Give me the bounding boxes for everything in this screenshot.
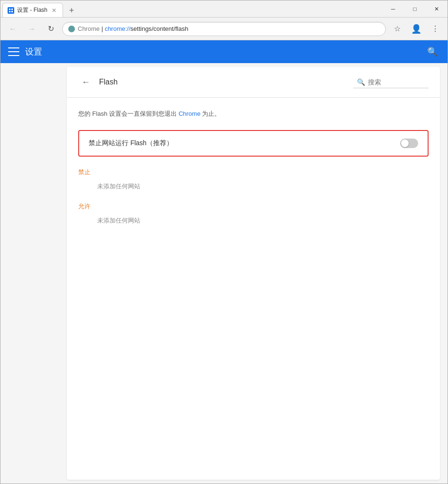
hamburger-line-2	[8, 51, 19, 52]
tab-title: 设置 - Flash	[17, 6, 47, 14]
minimize-button[interactable]: ─	[382, 0, 404, 18]
bookmark-button[interactable]: ☆	[390, 21, 405, 37]
flash-toggle-label: 禁止网站运行 Flash（推荐）	[89, 139, 173, 148]
block-empty-text: 未添加任何网站	[97, 182, 429, 191]
flash-description-text: 您的 Flash 设置会一直保留到您退出	[78, 110, 179, 117]
svg-rect-1	[11, 9, 13, 10]
flash-body: 您的 Flash 设置会一直保留到您退出 Chrome 为止。 禁止网站运行 F…	[67, 98, 440, 248]
profile-icon: 👤	[411, 24, 421, 34]
maximize-button[interactable]: □	[404, 0, 426, 18]
new-tab-button[interactable]: +	[65, 4, 78, 17]
flash-search-bar[interactable]: 🔍	[353, 76, 429, 88]
url-settings: chrome://	[105, 25, 130, 32]
content-panel: ← Flash 🔍 您的 Flash 设置会一直保留到您退出 Chrome 为止…	[67, 67, 440, 480]
active-tab[interactable]: 设置 - Flash ✕	[2, 3, 63, 17]
flash-search-icon: 🔍	[357, 78, 365, 86]
url-favicon	[68, 26, 75, 32]
chrome-menu-button[interactable]: ⋮	[428, 21, 443, 37]
back-button[interactable]: ←	[5, 21, 20, 37]
url-settings-path: settings	[130, 25, 152, 32]
url-bar[interactable]: Chrome | chrome://settings/content/flash	[62, 22, 386, 36]
reload-icon: ↻	[48, 24, 54, 33]
menu-icon: ⋮	[431, 24, 439, 33]
flash-description-chrome: Chrome	[179, 110, 201, 117]
flash-back-button[interactable]: ←	[78, 74, 93, 90]
block-section-label: 禁止	[78, 168, 429, 177]
tab-area: 设置 - Flash ✕ +	[0, 0, 78, 17]
settings-page-title: 设置	[25, 46, 419, 57]
browser-window: 设置 - Flash ✕ + ─ □ ✕ ← → ↻ Chrome | chro…	[0, 0, 448, 484]
url-content-path: /content/flash	[152, 25, 188, 32]
toggle-knob	[401, 140, 409, 147]
flash-description-end: 为止。	[201, 110, 221, 117]
flash-page-header: ← Flash 🔍	[67, 67, 440, 98]
back-icon: ←	[9, 25, 17, 33]
hamburger-button[interactable]	[8, 46, 19, 57]
allow-section-label: 允许	[78, 202, 429, 211]
flash-description: 您的 Flash 设置会一直保留到您退出 Chrome 为止。	[78, 109, 429, 119]
window-controls: ─ □ ✕	[382, 0, 448, 17]
svg-rect-3	[11, 11, 13, 12]
back-arrow-icon: ←	[82, 77, 90, 87]
url-separator: |	[101, 25, 105, 32]
flash-search-input[interactable]	[368, 78, 425, 86]
title-bar: 设置 - Flash ✕ + ─ □ ✕	[0, 0, 448, 18]
url-text: Chrome | chrome://settings/content/flash	[78, 25, 380, 32]
sidebar	[0, 63, 67, 484]
hamburger-line-3	[8, 55, 19, 56]
svg-rect-2	[9, 11, 10, 12]
tab-close-button[interactable]: ✕	[50, 7, 58, 14]
main-content: ← Flash 🔍 您的 Flash 设置会一直保留到您退出 Chrome 为止…	[0, 63, 448, 484]
address-bar: ← → ↻ Chrome | chrome://settings/content…	[0, 18, 448, 40]
flash-page-title: Flash	[99, 78, 347, 86]
flash-toggle-row: 禁止网站运行 Flash（推荐）	[78, 130, 429, 157]
settings-search-icon: 🔍	[427, 47, 438, 57]
settings-header: 设置 🔍	[0, 40, 448, 63]
reload-button[interactable]: ↻	[43, 21, 58, 37]
hamburger-line-1	[8, 47, 19, 48]
allow-empty-text: 未添加任何网站	[97, 216, 429, 225]
tab-favicon	[8, 7, 14, 14]
svg-rect-0	[9, 9, 10, 10]
forward-icon: →	[28, 25, 36, 33]
forward-button[interactable]: →	[24, 21, 39, 37]
close-button[interactable]: ✕	[426, 0, 448, 18]
right-space	[444, 63, 448, 484]
url-scheme: Chrome	[78, 25, 100, 32]
profile-button[interactable]: 👤	[409, 21, 424, 37]
flash-toggle-switch[interactable]	[400, 139, 418, 148]
settings-search-button[interactable]: 🔍	[425, 44, 440, 59]
star-icon: ☆	[394, 24, 401, 33]
